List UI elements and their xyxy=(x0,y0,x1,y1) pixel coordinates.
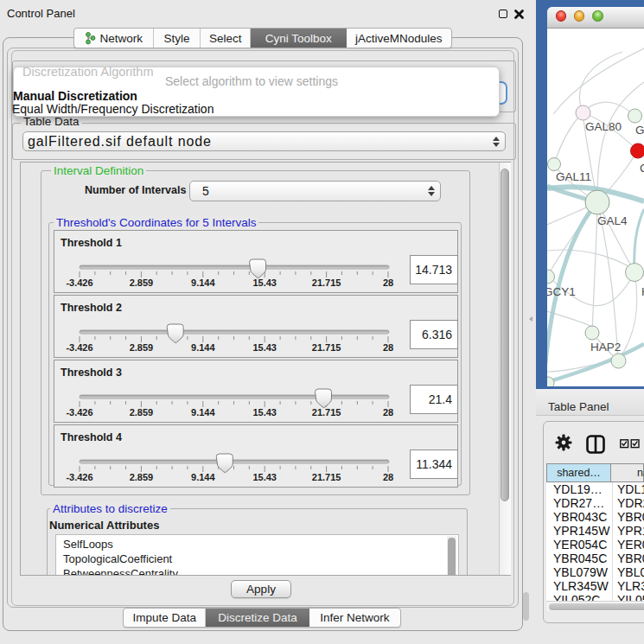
svg-text:GAL4: GAL4 xyxy=(597,214,628,227)
svg-text:GAL2: GAL2 xyxy=(635,124,644,137)
svg-text:HAP2: HAP2 xyxy=(590,341,621,354)
svg-text:CD: CD xyxy=(640,162,644,175)
svg-text:GCY1: GCY1 xyxy=(547,285,576,298)
svg-text:GAL80: GAL80 xyxy=(585,120,622,133)
svg-text:GAL11: GAL11 xyxy=(556,170,591,183)
